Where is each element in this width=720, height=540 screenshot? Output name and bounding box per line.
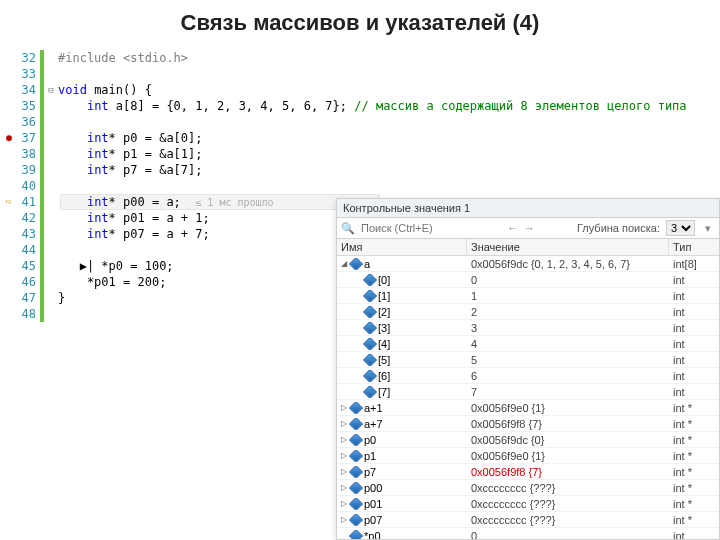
nav-prev-icon[interactable]: ← xyxy=(507,222,518,234)
expand-icon[interactable]: ▷ xyxy=(340,451,348,460)
watch-type: int xyxy=(669,274,719,286)
watch-row[interactable]: [4]4int xyxy=(337,336,719,352)
watch-row[interactable]: [0]0int xyxy=(337,272,719,288)
code-line[interactable]: 39 int* p7 = &a[7]; xyxy=(0,162,720,178)
watch-type: int xyxy=(669,290,719,302)
code-text[interactable]: int* p0 = &a[0]; xyxy=(56,130,203,146)
code-text[interactable]: int* p07 = a + 7; xyxy=(56,226,210,242)
watch-row[interactable]: [7]7int xyxy=(337,384,719,400)
code-text[interactable]: } xyxy=(56,290,65,306)
nav-next-icon[interactable]: → xyxy=(524,222,535,234)
search-icon: 🔍 xyxy=(341,222,355,235)
watch-name: [2] xyxy=(378,306,390,318)
watch-row[interactable]: ▷a+70x0056f9f8 {7}int * xyxy=(337,416,719,432)
expand-icon[interactable]: ▷ xyxy=(340,499,348,508)
change-bar xyxy=(40,306,44,322)
variable-icon xyxy=(363,386,377,398)
change-bar xyxy=(40,226,44,242)
code-text[interactable]: #include <stdio.h> xyxy=(56,50,188,66)
line-number: 37 xyxy=(18,130,40,146)
variable-icon xyxy=(363,338,377,350)
fold-toggle[interactable]: ⊟ xyxy=(46,82,56,98)
code-text[interactable]: int* p00 = a; ≤ 1 мс прошло xyxy=(56,194,274,211)
code-line[interactable]: 34⊟void main() { xyxy=(0,82,720,98)
watch-row[interactable]: [2]2int xyxy=(337,304,719,320)
watch-row[interactable]: ▷a+10x0056f9e0 {1}int * xyxy=(337,400,719,416)
line-number: 47 xyxy=(18,290,40,306)
watch-value: 0 xyxy=(467,530,669,540)
change-bar xyxy=(40,66,44,82)
expand-icon[interactable]: ▷ xyxy=(340,483,348,492)
change-bar xyxy=(40,162,44,178)
watch-row[interactable]: ▷p070xcccccccc {???}int * xyxy=(337,512,719,528)
line-number: 35 xyxy=(18,98,40,114)
watch-row[interactable]: ▷p10x0056f9e0 {1}int * xyxy=(337,448,719,464)
code-line[interactable]: 36 xyxy=(0,114,720,130)
variable-icon xyxy=(349,434,363,446)
watch-name: [1] xyxy=(378,290,390,302)
code-text[interactable]: ▶| *p0 = 100; xyxy=(56,258,174,274)
watch-row[interactable]: ◢a0x0056f9dc {0, 1, 2, 3, 4, 5, 6, 7}int… xyxy=(337,256,719,272)
breakpoint-icon[interactable]: ● xyxy=(6,132,12,143)
code-text[interactable]: *p01 = 200; xyxy=(56,274,166,290)
watch-value: 0xcccccccc {???} xyxy=(467,498,669,510)
watch-type: int * xyxy=(669,450,719,462)
watch-value: 1 xyxy=(467,290,669,302)
gutter-icon[interactable]: ➪ xyxy=(0,194,18,210)
watch-row[interactable]: ▷p000xcccccccc {???}int * xyxy=(337,480,719,496)
watch-name: *p0 xyxy=(364,530,381,540)
watch-row[interactable]: ▷p70x0056f9f8 {7}int * xyxy=(337,464,719,480)
expand-icon[interactable]: ▷ xyxy=(340,419,348,428)
change-bar xyxy=(40,146,44,162)
variable-icon xyxy=(363,274,377,286)
watch-row[interactable]: ▷p010xcccccccc {???}int * xyxy=(337,496,719,512)
expand-icon[interactable]: ▷ xyxy=(340,435,348,444)
watch-type: int * xyxy=(669,514,719,526)
watch-row[interactable]: ▷p00x0056f9dc {0}int * xyxy=(337,432,719,448)
line-number: 44 xyxy=(18,242,40,258)
col-type[interactable]: Тип xyxy=(669,239,719,255)
code-line[interactable]: 38 int* p1 = &a[1]; xyxy=(0,146,720,162)
watch-value: 0x0056f9dc {0} xyxy=(467,434,669,446)
current-statement-icon: ➪ xyxy=(6,195,13,208)
code-line[interactable]: 33 xyxy=(0,66,720,82)
line-number: 42 xyxy=(18,210,40,226)
watch-row[interactable]: [3]3int xyxy=(337,320,719,336)
code-text[interactable]: int* p1 = &a[1]; xyxy=(56,146,203,162)
watch-type: int xyxy=(669,322,719,334)
watch-row[interactable]: [1]1int xyxy=(337,288,719,304)
code-text[interactable]: int* p7 = &a[7]; xyxy=(56,162,203,178)
expand-icon[interactable]: ◢ xyxy=(340,259,348,268)
depth-label: Глубина поиска: xyxy=(577,222,660,234)
watch-type: int * xyxy=(669,498,719,510)
variable-icon xyxy=(363,354,377,366)
watch-value: 7 xyxy=(467,386,669,398)
code-text[interactable]: int* p01 = a + 1; xyxy=(56,210,210,226)
col-name[interactable]: Имя xyxy=(337,239,467,255)
code-line[interactable]: 40 xyxy=(0,178,720,194)
code-text[interactable]: void main() { xyxy=(56,82,152,98)
watch-row[interactable]: *p00int xyxy=(337,528,719,539)
watch-row[interactable]: [5]5int xyxy=(337,352,719,368)
code-line[interactable]: 35 int a[8] = {0, 1, 2, 3, 4, 5, 6, 7}; … xyxy=(0,98,720,114)
variable-icon xyxy=(349,450,363,462)
expand-icon[interactable]: ▷ xyxy=(340,403,348,412)
watch-name: a+1 xyxy=(364,402,383,414)
toolbar-more-icon[interactable]: ▾ xyxy=(701,222,715,235)
gutter-icon[interactable]: ● xyxy=(0,130,18,146)
change-bar xyxy=(40,50,44,66)
code-line[interactable]: ●37 int* p0 = &a[0]; xyxy=(0,130,720,146)
watch-search-input[interactable] xyxy=(361,222,501,234)
watch-name: p00 xyxy=(364,482,382,494)
code-text[interactable]: int a[8] = {0, 1, 2, 3, 4, 5, 6, 7}; // … xyxy=(56,98,687,114)
watch-row[interactable]: [6]6int xyxy=(337,368,719,384)
perf-hint: ≤ 1 мс прошло xyxy=(195,197,273,208)
watch-value: 6 xyxy=(467,370,669,382)
expand-icon[interactable]: ▷ xyxy=(340,515,348,524)
expand-icon[interactable]: ▷ xyxy=(340,467,348,476)
code-line[interactable]: 32#include <stdio.h> xyxy=(0,50,720,66)
col-value[interactable]: Значение xyxy=(467,239,669,255)
depth-select[interactable]: 3 xyxy=(666,220,695,236)
watch-rows: ◢a0x0056f9dc {0, 1, 2, 3, 4, 5, 6, 7}int… xyxy=(337,256,719,539)
line-number: 48 xyxy=(18,306,40,322)
